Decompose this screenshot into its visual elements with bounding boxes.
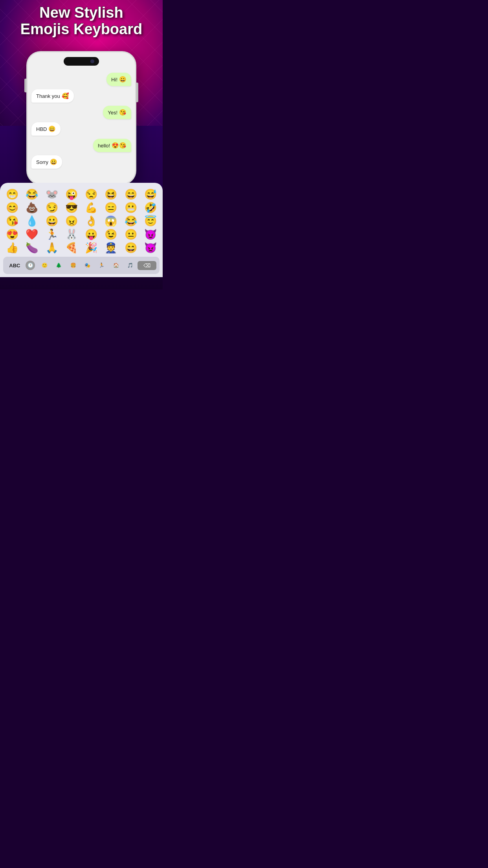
msg-emoji-4: 😀 — [48, 125, 56, 132]
msg-emoji-6: 😀 — [50, 158, 57, 166]
emoji-wink[interactable]: 😉 — [102, 228, 120, 240]
msg-text-2: Thank you — [36, 93, 60, 99]
emoji-joy[interactable]: 😂 — [23, 188, 41, 200]
emoji-party[interactable]: 🎉 — [82, 242, 100, 254]
emoji-smirk[interactable]: 😏 — [43, 202, 61, 213]
objects-icon: 🏠 — [113, 263, 119, 268]
message-2: Thank you 🥰 — [31, 89, 74, 103]
emoji-pizza[interactable]: 🍕 — [62, 242, 81, 254]
emoji-poop[interactable]: 💩 — [23, 202, 41, 213]
msg-emoji-2: 🥰 — [62, 92, 69, 99]
message-5: hello! 😍😘 — [93, 139, 131, 152]
phone-btn-right — [136, 83, 138, 102]
phone-mockup: Hi! 😀 Thank you 🥰 Yes! 😘 HBD 😀 hello! 😍 — [26, 51, 136, 185]
emoji-praying[interactable]: 🙏 — [43, 242, 61, 254]
emoji-runner[interactable]: 🏃 — [43, 228, 61, 240]
activity-icon: 🎭 — [84, 263, 90, 268]
phone-notch — [64, 57, 99, 66]
msg-text-4: HBD — [36, 126, 47, 132]
emoji-heart[interactable]: ❤️ — [23, 228, 41, 240]
emoji-joy2[interactable]: 😂 — [122, 215, 140, 227]
title-line1: New Stylish — [8, 5, 155, 21]
abc-button[interactable]: ABC — [6, 261, 23, 270]
smiley-category-button[interactable]: 🙂 — [37, 261, 51, 270]
emoji-police[interactable]: 👮 — [102, 242, 120, 254]
emoji-grimacing[interactable]: 😬 — [122, 202, 140, 213]
msg-emoji-1: 😀 — [119, 76, 127, 83]
emoji-sunglasses[interactable]: 😎 — [62, 202, 81, 213]
symbols-icon: 🎵 — [127, 263, 133, 268]
emoji-grin[interactable]: 😀 — [43, 215, 61, 227]
recent-emoji-button[interactable]: 🕐 — [23, 259, 37, 272]
tree-icon: 🌲 — [56, 263, 62, 268]
emoji-ok-hand[interactable]: 👌 — [82, 215, 100, 227]
emoji-grinning[interactable]: 😁 — [3, 188, 21, 200]
emoji-keyboard: 😁 😂 🐭 😜 😒 😆 😄 😅 😊 💩 😏 😎 💪 😑 😬 🤣 😘 💧 😀 😠 … — [0, 183, 163, 277]
message-6: Sorry 😀 — [31, 155, 62, 169]
emoji-rabbit[interactable]: 🐰 — [62, 228, 81, 240]
emoji-eggplant[interactable]: 🍆 — [23, 242, 41, 254]
msg-text-5: hello! — [98, 143, 110, 149]
emoji-angry[interactable]: 😠 — [62, 215, 81, 227]
travel-icon: 🏃 — [99, 263, 105, 268]
emoji-kissing-heart[interactable]: 😘 — [3, 215, 21, 227]
nature-category-button[interactable]: 🌲 — [52, 261, 66, 270]
message-3: Yes! 😘 — [103, 106, 131, 119]
emoji-laughing[interactable]: 😆 — [102, 188, 120, 200]
activity-category-button[interactable]: 🎭 — [80, 261, 94, 270]
emoji-rofl[interactable]: 🤣 — [141, 202, 160, 213]
chat-area: Hi! 😀 Thank you 🥰 Yes! 😘 HBD 😀 hello! 😍 — [28, 70, 135, 184]
food-icon: 🍔 — [70, 263, 76, 268]
emoji-sweat-smile[interactable]: 😅 — [141, 188, 160, 200]
message-1: Hi! 😀 — [106, 73, 131, 86]
smiley-icon: 🙂 — [42, 263, 48, 268]
msg-emoji-5: 😍😘 — [112, 142, 127, 149]
emoji-neutral[interactable]: 😐 — [122, 228, 140, 240]
emoji-smile[interactable]: 😄 — [122, 188, 140, 200]
emoji-grinning2[interactable]: 😄 — [122, 242, 140, 254]
emoji-thumbsup[interactable]: 👍 — [3, 242, 21, 254]
emoji-innocent[interactable]: 😇 — [141, 215, 160, 227]
travel-category-button[interactable]: 🏃 — [95, 261, 109, 270]
msg-emoji-3: 😘 — [119, 109, 127, 116]
food-category-button[interactable]: 🍔 — [66, 261, 80, 270]
msg-text-3: Yes! — [108, 110, 117, 116]
emoji-tongue[interactable]: 😛 — [82, 228, 100, 240]
emoji-expressionless[interactable]: 😑 — [102, 202, 120, 213]
emoji-scream[interactable]: 😱 — [102, 215, 120, 227]
emoji-heart-eyes[interactable]: 😍 — [3, 228, 21, 240]
emoji-stuck-out-tongue[interactable]: 😜 — [62, 188, 81, 200]
clock-icon: 🕐 — [26, 261, 35, 270]
emoji-sweat-drops[interactable]: 💧 — [23, 215, 41, 227]
objects-category-button[interactable]: 🏠 — [109, 261, 123, 270]
emoji-devil[interactable]: 👿 — [141, 242, 160, 254]
phone-btn-left — [24, 79, 26, 92]
message-4: HBD 😀 — [31, 122, 61, 136]
app-title: New Stylish Emojis Keyboard — [0, 5, 163, 38]
symbols-category-button[interactable]: 🎵 — [123, 261, 137, 270]
msg-text-6: Sorry — [36, 159, 48, 165]
emoji-grid: 😁 😂 🐭 😜 😒 😆 😄 😅 😊 💩 😏 😎 💪 😑 😬 🤣 😘 💧 😀 😠 … — [3, 188, 160, 254]
emoji-blush[interactable]: 😊 — [3, 202, 21, 213]
title-line2: Emojis Keyboard — [8, 21, 155, 38]
msg-text-1: Hi! — [111, 77, 117, 83]
delete-button[interactable]: ⌫ — [138, 261, 156, 270]
phone-screen: Hi! 😀 Thank you 🥰 Yes! 😘 HBD 😀 hello! 😍 — [28, 52, 135, 184]
emoji-mouse[interactable]: 🐭 — [43, 188, 61, 200]
emoji-unamused[interactable]: 😒 — [82, 188, 100, 200]
emoji-smiling-devil[interactable]: 😈 — [141, 228, 160, 240]
backspace-icon: ⌫ — [143, 263, 150, 268]
emoji-muscle[interactable]: 💪 — [82, 202, 100, 213]
keyboard-bottom-bar: ABC 🕐 🙂 🌲 🍔 🎭 🏃 🏠 🎵 ⌫ — [3, 257, 160, 274]
